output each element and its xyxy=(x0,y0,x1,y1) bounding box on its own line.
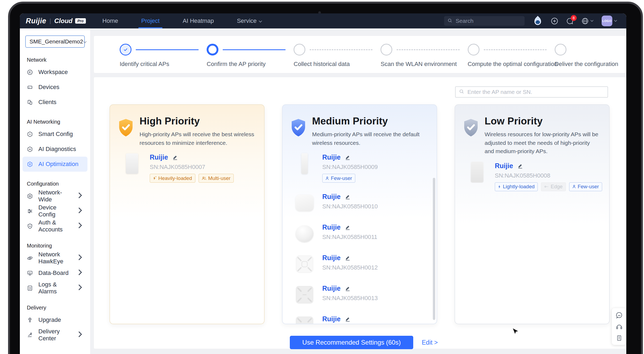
ap-row: Ruijie SN:NAJK0585H0008 Lightly-loaded xyxy=(467,162,602,191)
sidebar-item-workspace[interactable]: Workspace xyxy=(23,65,87,80)
device-config-icon xyxy=(27,208,33,214)
ap-name-link[interactable]: Ruijie xyxy=(495,162,513,170)
ai-diagnostics-icon: AI xyxy=(27,146,33,152)
edit-icon[interactable] xyxy=(345,286,350,291)
chevron-right-icon xyxy=(77,207,83,215)
notifications-icon[interactable]: 8 xyxy=(566,17,573,25)
sidebar-item-smart-config[interactable]: Smart Config xyxy=(23,127,87,142)
ap-search-box[interactable] xyxy=(455,86,608,98)
sidebar-item-auth-accounts[interactable]: Auth & Accounts xyxy=(23,219,87,234)
user-icon xyxy=(325,176,329,180)
ap-row: Ruijie SN:NAJK0585H0009 Few-user xyxy=(294,153,430,183)
stepper: Identify critical APs Confirm the AP pri… xyxy=(94,36,626,68)
site-selector-dropdown[interactable]: SME_GeneralDemo2 xyxy=(25,35,85,48)
ap-name-link[interactable]: Ruijie xyxy=(322,193,341,201)
step-identify-critical-aps: Identify critical APs xyxy=(120,43,207,68)
top-navbar: Ruijie | Cloud Pro Home Project AI Heatm… xyxy=(20,13,626,28)
edit-icon[interactable] xyxy=(172,154,178,160)
sidebar-item-network-wide[interactable]: Network-Wide xyxy=(23,189,87,204)
step-pending-icon xyxy=(294,44,305,56)
ap-name-link[interactable]: Ruijie xyxy=(150,153,168,161)
assistant-mascot-icon[interactable] xyxy=(533,15,543,27)
nav-link-ai-heatmap[interactable]: AI Heatmap xyxy=(183,13,214,28)
sidebar-item-ai-diagnostics[interactable]: AI AI Diagnostics xyxy=(23,142,87,157)
edit-icon[interactable] xyxy=(517,163,523,169)
chevron-down-icon xyxy=(259,17,262,24)
search-input[interactable] xyxy=(455,17,521,24)
add-icon[interactable] xyxy=(551,17,558,25)
scrollbar[interactable] xyxy=(433,178,435,320)
sidebar-item-network-hawkeye[interactable]: Network HawkEye xyxy=(23,250,87,266)
tag-few-user: Few-user xyxy=(569,182,602,191)
brand-logo[interactable]: Ruijie | Cloud Pro xyxy=(26,17,86,25)
ap-name-link[interactable]: Ruijie xyxy=(322,315,341,323)
sidebar-item-logs-alarms[interactable]: log Logs & Alarms xyxy=(23,281,87,296)
ap-row: Ruijie SN:NAJK0585H0013 xyxy=(294,285,430,305)
tag-multi-user: Multi-user xyxy=(199,174,234,183)
auth-accounts-icon xyxy=(27,223,33,229)
hawkeye-icon xyxy=(27,255,33,261)
sidebar-item-ai-optimization[interactable]: AI Optimization xyxy=(23,157,87,172)
step-pending-icon xyxy=(555,44,566,56)
workspace-icon xyxy=(27,69,33,75)
ap-row: Ruijie SN:NAJK0585H0012 xyxy=(294,254,430,274)
sidebar-item-devices[interactable]: Devices xyxy=(23,80,87,95)
live-chat-icon[interactable] xyxy=(616,312,623,319)
section-label-ai-networking: AI Networking xyxy=(27,119,90,125)
ap-name-link[interactable]: Ruijie xyxy=(322,223,341,231)
language-globe-icon[interactable] xyxy=(581,17,594,25)
global-search[interactable] xyxy=(444,16,525,26)
brand-wordmark: Ruijie xyxy=(26,17,46,25)
use-recommended-settings-button[interactable]: Use Recommended Settings (60s) xyxy=(290,336,413,349)
user-icon xyxy=(572,185,576,189)
high-priority-shield-icon xyxy=(118,118,134,147)
ap-sn: SN:NAJK0585H0007 xyxy=(150,164,234,171)
sidebar-item-delivery-center[interactable]: Delivery Center xyxy=(23,327,87,342)
edit-icon[interactable] xyxy=(345,194,350,200)
app-window: Ruijie | Cloud Pro Home Project AI Heatm… xyxy=(20,13,626,354)
chevron-down-icon xyxy=(83,38,87,45)
medium-priority-card: Medium Priority Medium-priority APs will… xyxy=(282,104,437,324)
ap-sn: SN:NAJK0585H0011 xyxy=(322,234,377,241)
account-menu[interactable]: LOGO xyxy=(602,16,617,26)
svg-text:AI: AI xyxy=(29,148,31,150)
support-headset-icon[interactable] xyxy=(616,323,623,330)
feedback-form-icon[interactable] xyxy=(616,335,623,341)
card-title: High Priority xyxy=(140,116,254,127)
ap-sn: SN:NAJK0585H0008 xyxy=(495,172,602,179)
nav-link-home[interactable]: Home xyxy=(103,13,118,28)
sidebar-item-upgrade[interactable]: Upgrade xyxy=(23,312,87,327)
edit-link[interactable]: Edit > xyxy=(422,339,438,346)
nav-link-project[interactable]: Project xyxy=(141,13,159,28)
lightning-icon xyxy=(153,176,156,180)
edge-icon xyxy=(544,185,549,188)
sidebar-item-clients[interactable]: Clients xyxy=(23,95,87,110)
low-priority-shield-icon xyxy=(463,118,479,156)
tag-lightly-loaded: Lightly-loaded xyxy=(495,182,538,191)
ai-optimization-icon xyxy=(27,161,33,167)
edit-icon[interactable] xyxy=(345,154,350,160)
ap-image xyxy=(294,254,315,274)
ap-name-link[interactable]: Ruijie xyxy=(322,153,341,161)
edit-icon[interactable] xyxy=(345,224,350,230)
ap-search-input[interactable] xyxy=(467,88,604,95)
nav-links: Home Project AI Heatmap Service xyxy=(103,13,262,28)
section-label-delivery: Delivery xyxy=(27,305,90,311)
ap-name-link[interactable]: Ruijie xyxy=(322,254,341,262)
ap-image xyxy=(294,153,315,174)
ap-name-link[interactable]: Ruijie xyxy=(322,285,341,292)
multi-user-icon xyxy=(202,176,206,180)
step-confirm-ap-priority: Confirm the AP priority xyxy=(207,43,294,68)
ap-image xyxy=(294,285,315,305)
tag-few-user: Few-user xyxy=(322,174,355,183)
ap-image xyxy=(294,223,315,244)
edit-icon[interactable] xyxy=(345,255,350,261)
sidebar-item-device-config[interactable]: Device Config xyxy=(23,204,87,219)
high-priority-card: High Priority High-priority APs will rec… xyxy=(109,104,265,324)
ap-sn: SN:NAJK0585H0009 xyxy=(322,164,378,171)
step-collect-historical-data: Collect historical data xyxy=(294,43,380,68)
edit-icon[interactable] xyxy=(345,316,350,322)
nav-link-service[interactable]: Service xyxy=(237,13,262,28)
sidebar: SME_GeneralDemo2 Network Workspace Devic… xyxy=(20,28,90,354)
sidebar-item-data-board[interactable]: Data-Board xyxy=(23,266,87,281)
